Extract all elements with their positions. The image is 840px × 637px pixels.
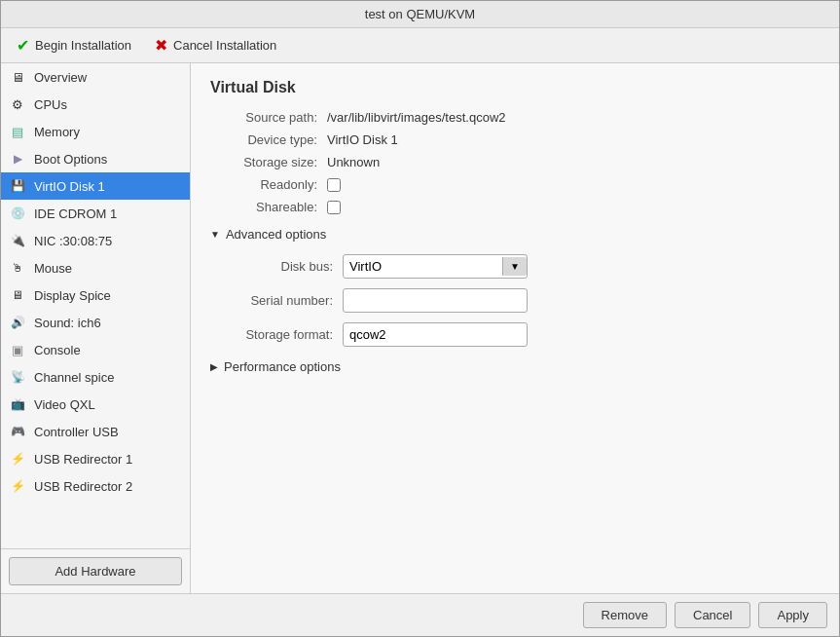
shareable-label: Shareable: [210, 200, 327, 214]
detail-panel: Virtual Disk Source path: /var/lib/libvi… [191, 63, 839, 593]
sidebar-item-overview[interactable]: Overview [1, 63, 190, 91]
sidebar-bottom: Add Hardware [1, 548, 190, 593]
storage-format-input[interactable] [343, 322, 528, 347]
overview-icon [9, 68, 26, 86]
sidebar-item-sound-ich6[interactable]: Sound: ich6 [1, 309, 190, 336]
sidebar-item-controller-usb[interactable]: Controller USB [1, 418, 190, 445]
cancel-x-icon: ✖ [155, 36, 167, 55]
readonly-checkbox[interactable] [327, 178, 341, 192]
disk-bus-label: Disk bus: [226, 259, 343, 274]
sidebar-item-display-spice[interactable]: Display Spice [1, 281, 190, 309]
advanced-section-header[interactable]: ▼ Advanced options [210, 224, 820, 244]
window-title: test on QEMU/KVM [365, 7, 475, 21]
storage-format-label: Storage format: [226, 327, 343, 342]
device-type-row: Device type: VirtIO Disk 1 [210, 132, 820, 147]
performance-section: ▶ Performance options [210, 356, 820, 377]
sidebar-label-cpus: CPUs [34, 97, 67, 112]
sidebar-item-boot[interactable]: Boot Options [1, 145, 190, 172]
storage-format-row: Storage format: [226, 322, 820, 347]
sidebar-label-memory: Memory [34, 125, 80, 139]
source-path-row: Source path: /var/lib/libvirt/images/tes… [210, 110, 820, 125]
cpu-icon [9, 95, 26, 113]
cancel-label: Cancel [693, 608, 732, 622]
usb2-icon [9, 477, 26, 495]
sidebar-item-console[interactable]: Console [1, 336, 190, 363]
sound-icon [9, 314, 26, 331]
sidebar-item-video-qxl[interactable]: Video QXL [1, 391, 190, 418]
device-type-label: Device type: [210, 132, 327, 147]
disk-bus-select[interactable]: VirtIO IDE SCSI USB [344, 255, 502, 278]
sidebar-label-video-qxl: Video QXL [34, 397, 95, 412]
serial-number-input[interactable] [343, 288, 528, 313]
sidebar-item-ide-cdrom1[interactable]: IDE CDROM 1 [1, 200, 190, 227]
storage-size-row: Storage size: Unknown [210, 155, 820, 169]
sidebar-item-usb-redirector1[interactable]: USB Redirector 1 [1, 445, 190, 472]
sidebar-label-nic: NIC :30:08:75 [34, 234, 112, 248]
main-window: test on QEMU/KVM ✔ Begin Installation ✖ … [0, 0, 840, 637]
disk-icon [9, 177, 26, 195]
apply-button[interactable]: Apply [758, 602, 827, 628]
cancel-installation-label: Cancel Installation [173, 38, 276, 53]
sidebar-item-cpus[interactable]: CPUs [1, 91, 190, 118]
remove-label: Remove [602, 608, 648, 622]
advanced-section-content: Disk bus: VirtIO IDE SCSI USB ▼ [226, 254, 820, 347]
advanced-arrow-icon: ▼ [210, 229, 220, 240]
sidebar-label-console: Console [34, 343, 81, 357]
nic-icon [9, 232, 26, 249]
sidebar-label-channel-spice: Channel spice [34, 370, 114, 385]
disk-bus-dropdown-arrow-icon[interactable]: ▼ [502, 257, 527, 276]
performance-section-header[interactable]: ▶ Performance options [210, 356, 820, 377]
channel-icon [9, 368, 26, 386]
sidebar-label-sound-ich6: Sound: ich6 [34, 316, 101, 330]
add-hardware-label: Add Hardware [55, 564, 135, 579]
controller-icon [9, 423, 26, 440]
sidebar-item-virtio-disk1[interactable]: VirtIO Disk 1 [1, 172, 190, 200]
memory-icon [9, 123, 26, 140]
sidebar-item-usb-redirector2[interactable]: USB Redirector 2 [1, 472, 190, 500]
main-content: Overview CPUs Memory Boot Options VirtIO… [1, 63, 839, 593]
sidebar-item-mouse[interactable]: Mouse [1, 254, 190, 281]
storage-size-value: Unknown [327, 155, 380, 169]
cancel-button[interactable]: Cancel [675, 602, 750, 628]
check-icon: ✔ [17, 36, 29, 55]
disk-bus-control: VirtIO IDE SCSI USB ▼ [343, 254, 528, 279]
sidebar-label-boot: Boot Options [34, 152, 107, 167]
performance-arrow-icon: ▶ [210, 361, 218, 372]
begin-installation-button[interactable]: ✔ Begin Installation [13, 34, 135, 56]
sidebar-label-overview: Overview [34, 70, 87, 85]
performance-section-label: Performance options [224, 359, 341, 374]
footer-bar: Remove Cancel Apply [1, 593, 839, 636]
sidebar-label-display-spice: Display Spice [34, 288, 111, 303]
serial-number-label: Serial number: [226, 293, 343, 308]
sidebar-label-ide-cdrom1: IDE CDROM 1 [34, 206, 117, 221]
serial-number-row: Serial number: [226, 288, 820, 313]
apply-label: Apply [777, 608, 809, 622]
remove-button[interactable]: Remove [583, 602, 667, 628]
sidebar-item-memory[interactable]: Memory [1, 118, 190, 145]
usb1-icon [9, 450, 26, 468]
readonly-row: Readonly: [210, 177, 820, 192]
readonly-label: Readonly: [210, 177, 327, 192]
sidebar-label-mouse: Mouse [34, 261, 72, 276]
cdrom-icon [9, 205, 26, 222]
sidebar-label-virtio-disk1: VirtIO Disk 1 [34, 179, 105, 194]
console-icon [9, 341, 26, 358]
shareable-checkbox[interactable] [327, 201, 341, 214]
source-path-value: /var/lib/libvirt/images/test.qcow2 [327, 110, 506, 125]
mouse-icon [9, 259, 26, 277]
toolbar: ✔ Begin Installation ✖ Cancel Installati… [1, 28, 839, 63]
add-hardware-button[interactable]: Add Hardware [9, 557, 182, 585]
sidebar-item-channel-spice[interactable]: Channel spice [1, 363, 190, 391]
advanced-section-label: Advanced options [226, 227, 326, 242]
storage-size-label: Storage size: [210, 155, 327, 169]
sidebar-item-nic[interactable]: NIC :30:08:75 [1, 227, 190, 254]
cancel-installation-button[interactable]: ✖ Cancel Installation [151, 34, 280, 56]
detail-title: Virtual Disk [210, 79, 820, 96]
sidebar-label-usb-redirector1: USB Redirector 1 [34, 452, 132, 467]
device-type-value: VirtIO Disk 1 [327, 132, 398, 147]
sidebar: Overview CPUs Memory Boot Options VirtIO… [1, 63, 191, 593]
video-icon [9, 395, 26, 413]
sidebar-label-usb-redirector2: USB Redirector 2 [34, 479, 132, 494]
title-bar: test on QEMU/KVM [1, 1, 839, 28]
sidebar-label-controller-usb: Controller USB [34, 425, 119, 439]
